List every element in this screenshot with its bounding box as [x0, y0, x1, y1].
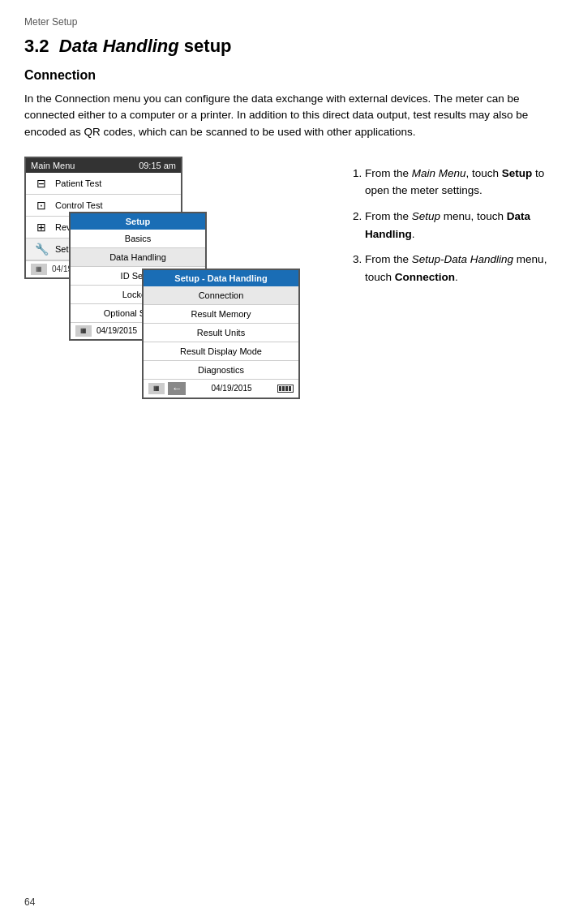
- instruction-step-2: From the Setup menu, touch Data Handling…: [365, 208, 555, 243]
- body-text: In the Connection menu you can configure…: [24, 91, 555, 140]
- patient-icon: ⊟: [32, 177, 50, 190]
- dh-item-diagnostics[interactable]: Diagnostics: [144, 361, 298, 380]
- control-icon: ⊡: [32, 199, 50, 212]
- instructions-list: From the Main Menu, touch Setup to open …: [349, 165, 555, 286]
- subsection-heading: Connection: [24, 68, 555, 83]
- instructions-column: From the Main Menu, touch Setup to open …: [349, 157, 555, 497]
- main-menu-time: 09:15 am: [139, 161, 176, 170]
- device-mockup: Main Menu 09:15 am ⊟ Patient Test ⊡ Cont…: [24, 157, 324, 497]
- setup-icon: 🔧: [32, 243, 50, 256]
- menu-item-patient-label: Patient Test: [55, 178, 101, 188]
- main-menu-header: Main Menu 09:15 am: [26, 158, 181, 173]
- dh-item-result-memory[interactable]: Result Memory: [144, 305, 298, 324]
- setup-footer-grid-icon: ▦: [75, 325, 92, 337]
- instruction-step-1: From the Main Menu, touch Setup to open …: [365, 165, 555, 200]
- data-handling-overlay: Setup - Data Handling Connection Result …: [142, 269, 300, 399]
- menu-item-control-label: Control Test: [55, 200, 103, 210]
- page-number: 64: [24, 896, 35, 908]
- page-label: Meter Setup: [24, 16, 555, 28]
- footer-grid-icon: ▦: [31, 264, 47, 275]
- instruction-step-3: From the Setup-Data Handling menu, touch…: [365, 251, 555, 286]
- battery-indicator: [277, 385, 294, 393]
- review-icon: ⊞: [32, 221, 50, 234]
- dh-header: Setup - Data Handling: [144, 270, 298, 286]
- dh-item-result-units[interactable]: Result Units: [144, 324, 298, 342]
- dh-footer-grid-icon: ▦: [148, 383, 165, 394]
- dh-footer-back-icon[interactable]: ←: [168, 382, 186, 395]
- menu-item-patient[interactable]: ⊟ Patient Test: [26, 173, 181, 195]
- setup-footer-date: 04/19/2015: [96, 326, 137, 335]
- section-heading: 3.2 Data Handling setup: [24, 36, 555, 57]
- dh-footer-date: 04/19/2015: [211, 384, 251, 393]
- main-menu-title: Main Menu: [31, 161, 75, 170]
- setup-item-basics[interactable]: Basics: [71, 230, 205, 248]
- setup-item-data-handling[interactable]: Data Handling: [71, 248, 205, 267]
- setup-header: Setup: [71, 213, 205, 230]
- dh-footer: ▦ ← 04/19/2015: [144, 380, 298, 398]
- dh-item-connection[interactable]: Connection: [144, 286, 298, 305]
- dh-item-result-display[interactable]: Result Display Mode: [144, 342, 298, 361]
